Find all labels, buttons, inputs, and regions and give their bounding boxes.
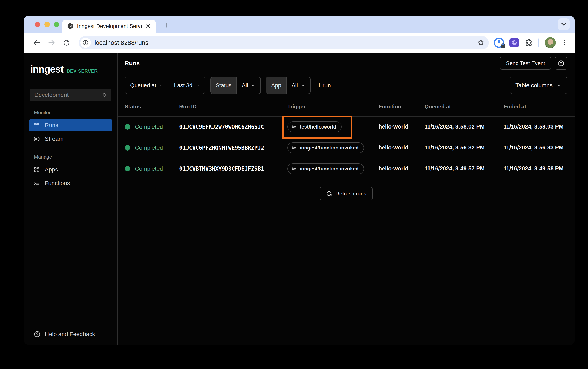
refresh-runs-button[interactable]: Refresh runs [320,187,372,200]
sidebar: inngest DEV SERVER Development Monitor [24,53,118,345]
toolbar-divider [538,38,539,47]
browser-menu-icon[interactable] [561,39,568,46]
sidebar-item-label: Runs [45,122,58,129]
monitor-section-label: Monitor [34,110,117,115]
main-content: Runs Send Test Event [118,53,575,345]
refresh-runs-label: Refresh runs [335,191,366,197]
tab-title: Inngest Development Server [77,23,142,30]
fullscreen-window-button[interactable] [54,22,59,27]
app-filter-value: All [291,82,298,89]
refresh-area: Refresh runs [118,187,575,200]
column-header-status: Status [125,103,179,110]
event-broadcast-icon [291,166,297,171]
window-controls [35,22,59,27]
queued-at-timestamp: 11/16/2024, 3:58:02 PM [425,123,503,130]
trigger-badge[interactable]: test/hello.world [287,122,342,132]
function-name: hello-world [379,123,425,130]
ended-at-timestamp: 11/16/2024, 3:58:03 PM [503,123,568,130]
run-status-cell: Completed [125,144,179,151]
column-header-function: Function [379,103,425,110]
sidebar-item-label: Stream [45,136,63,142]
inngest-app: inngest DEV SERVER Development Monitor [24,53,575,345]
functions-icon [33,180,40,187]
help-and-feedback-link[interactable]: Help and Feedback [24,331,117,338]
address-bar[interactable]: localhost:8288/runs [79,36,489,49]
environment-value: Development [34,92,69,98]
sidebar-item-runs[interactable]: Runs [29,119,112,131]
time-field-dropdown[interactable]: Queued at [125,77,169,94]
tab-search-button[interactable] [558,19,569,30]
chevron-down-icon [301,83,305,88]
apps-grid-icon [33,166,40,173]
trigger-name: test/hello.world [300,124,336,130]
trigger-cell: inngest/function.invoked [287,143,364,153]
run-id: 01JCVC6PF2MQNMTWE95BBRZPJ2 [179,144,287,151]
dev-server-badge: DEV SERVER [67,68,98,74]
help-label: Help and Feedback [45,331,95,338]
status-completed-dot-icon [125,145,130,151]
run-status-cell: Completed [125,165,179,172]
profile-avatar[interactable] [545,37,556,48]
run-id: 01JCVBTMV3WXY9D3CFDEJFZSB1 [179,165,287,172]
app-filter: App All [266,77,310,94]
app-filter-label: App [266,77,286,94]
chevron-down-icon [195,83,200,88]
table-row[interactable]: Completed 01JCVC6PF2MQNMTWE95BBRZPJ2 inn… [118,137,575,158]
queued-at-timestamp: 11/16/2024, 3:56:32 PM [425,144,503,151]
help-question-icon [34,331,41,338]
status-text: Completed [135,144,163,151]
time-range-dropdown[interactable]: Last 3d [169,77,205,94]
runs-list-icon [33,122,40,129]
environment-select[interactable]: Development [30,89,111,101]
column-header-ended-at: Ended at [503,103,568,110]
ended-at-timestamp: 11/16/2024, 3:56:33 PM [503,144,568,151]
send-test-event-button[interactable]: Send Test Event [500,57,551,70]
manage-section-label: Manage [34,154,117,160]
sidebar-item-apps[interactable]: Apps [29,164,112,175]
browser-toolbar: localhost:8288/runs [24,32,575,53]
purple-extension-icon[interactable] [509,38,519,48]
trigger-badge[interactable]: inngest/function.invoked [287,163,364,174]
site-info-icon[interactable] [80,38,91,48]
status-filter-dropdown[interactable]: All [236,77,260,94]
password-manager-extension-icon[interactable] [494,38,504,48]
sidebar-item-functions[interactable]: Functions [29,177,112,189]
sidebar-item-stream[interactable]: Stream [29,133,112,145]
trigger-badge[interactable]: inngest/function.invoked [287,143,364,153]
app-filter-dropdown[interactable]: All [286,77,310,94]
browser-tab[interactable]: Inngest Development Server [62,20,156,32]
url-text: localhost:8288/runs [94,39,473,46]
close-window-button[interactable] [35,22,40,27]
table-columns-button[interactable]: Table columns [510,77,568,94]
column-header-trigger: Trigger [287,103,379,110]
time-filter: Queued at Last 3d [125,77,205,94]
status-text: Completed [135,123,163,130]
settings-gear-button[interactable] [555,57,568,70]
function-name: hello-world [379,165,425,172]
bookmark-star-icon[interactable] [477,39,485,46]
back-icon[interactable] [30,36,43,49]
trigger-name: inngest/function.invoked [300,166,359,172]
trigger-cell: test/hello.world [287,122,342,132]
extension-icons [494,37,568,48]
inngest-wordmark: inngest [30,63,63,75]
table-header-row: Status Run ID Trigger Function Queued at… [118,97,575,116]
page-header: Runs Send Test Event [118,53,575,74]
page-title: Runs [125,60,140,67]
time-field-value: Queued at [130,82,156,89]
table-row[interactable]: Completed 01JCVBTMV3WXY9D3CFDEJFZSB1 inn… [118,158,575,179]
reload-icon[interactable] [60,36,73,49]
forward-icon[interactable] [45,36,58,49]
new-tab-button[interactable] [162,20,171,30]
chevron-down-icon [251,83,255,88]
desktop-background: Inngest Development Server [0,0,588,369]
status-filter-value: All [242,82,248,89]
status-filter-label: Status [211,77,237,94]
tab-strip: Inngest Development Server [24,16,575,32]
time-range-value: Last 3d [174,82,192,89]
status-completed-dot-icon [125,166,130,171]
table-row[interactable]: Completed 01JCVC9EFKJ2W70WQHC6ZH6SJC tes… [118,116,575,137]
tab-close-icon[interactable] [145,23,151,29]
minimize-window-button[interactable] [44,22,50,27]
extensions-puzzle-icon[interactable] [524,38,533,47]
